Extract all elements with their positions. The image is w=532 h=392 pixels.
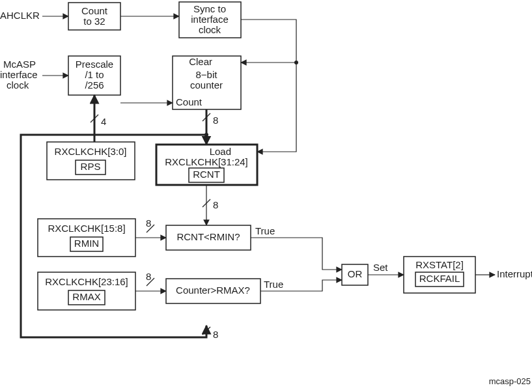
label-set: Set xyxy=(373,262,388,273)
label-true2: True xyxy=(264,279,283,290)
bus-width-8c: 8 xyxy=(146,217,151,229)
label-rcnt-reg: RXCLKCHK[31:24] xyxy=(165,156,248,167)
label-rps-reg: RXCLKCHK[3:0] xyxy=(55,146,127,157)
label-true1: True xyxy=(255,225,275,236)
label-rxstat-reg: RXSTAT[2] xyxy=(415,259,464,270)
label-clear: Clear xyxy=(189,56,212,67)
label-load: Load xyxy=(210,146,231,157)
input-mcasp-l3: clock xyxy=(7,79,29,91)
label-prescale-l2: /1 to xyxy=(85,69,104,80)
label-count-port: Count xyxy=(176,96,203,107)
output-interrupt: Interrupt xyxy=(497,268,532,279)
bus-width-8a: 8 xyxy=(213,115,218,126)
bus-width-8e: 8 xyxy=(213,329,218,340)
label-count32-l1: Count xyxy=(81,5,108,16)
input-mcasp-l1: McASP xyxy=(3,59,36,70)
label-prescale-l3: /256 xyxy=(85,79,104,91)
label-rxstat-name: RCKFAIL xyxy=(419,273,460,284)
label-rps-name: RPS xyxy=(81,161,101,172)
label-sync-l3: clock xyxy=(199,24,221,35)
label-rcnt-name: RCNT xyxy=(193,169,220,180)
label-cnt-l1: 8−bit xyxy=(196,69,218,80)
label-cnt-l2: counter xyxy=(190,79,223,91)
label-rmin-name: RMIN xyxy=(74,238,99,249)
label-or: OR xyxy=(348,268,363,279)
label-rmin-reg: RXCLKCHK[15:8] xyxy=(48,223,125,234)
label-rmax-reg: RXCLKCHK[23:16] xyxy=(45,276,128,287)
input-ahclkr: AHCLKR xyxy=(0,10,40,21)
bus-width-8d: 8 xyxy=(146,271,151,282)
label-cmp-rmin: RCNT<RMIN? xyxy=(176,231,240,242)
bus-width-8b: 8 xyxy=(213,199,218,210)
label-prescale-l1: Prescale xyxy=(76,59,113,70)
bus-width-4: 4 xyxy=(101,116,106,127)
figure-id: mcasp-025 xyxy=(489,376,531,386)
input-mcasp-l2: interface xyxy=(0,69,38,80)
label-sync-l1: Sync to xyxy=(193,3,226,14)
label-rmax-name: RMAX xyxy=(72,291,100,302)
label-cmp-rmax: Counter>RMAX? xyxy=(176,285,250,296)
label-sync-l2: interface xyxy=(191,14,229,25)
label-count32-l2: to 32 xyxy=(83,16,105,27)
